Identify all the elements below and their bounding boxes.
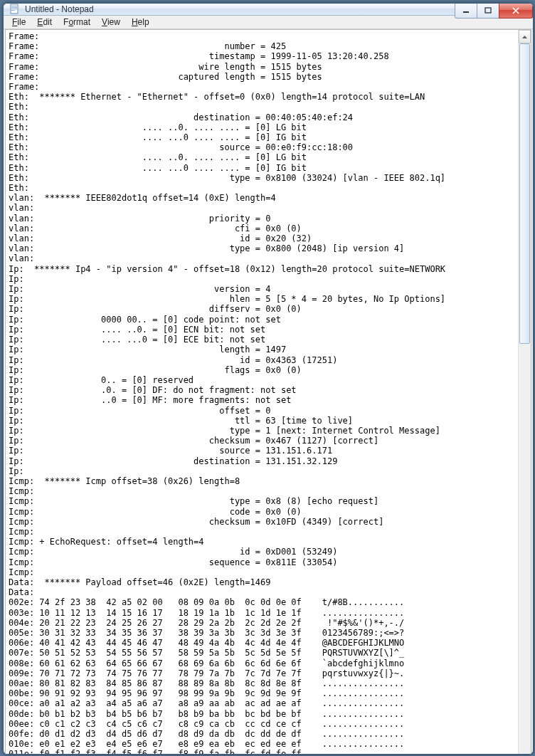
- menubar: File Edit Format View Help: [4, 16, 533, 29]
- client-area: Frame: Frame: number = 425 Frame: timest…: [5, 29, 531, 755]
- maximize-icon: [484, 7, 492, 14]
- window-title: Untitled - Notepad: [25, 4, 94, 14]
- window-controls: [455, 4, 533, 19]
- scroll-thumb[interactable]: [519, 43, 530, 344]
- text-area[interactable]: Frame: Frame: number = 425 Frame: timest…: [6, 30, 518, 755]
- menu-help[interactable]: Help: [126, 16, 155, 28]
- svg-rect-4: [11, 10, 15, 11]
- scroll-up-icon: [522, 36, 527, 38]
- svg-rect-2: [11, 7, 17, 8]
- close-icon: [512, 7, 520, 14]
- scroll-up-button[interactable]: [519, 30, 531, 43]
- menu-format[interactable]: Format: [58, 16, 96, 28]
- titlebar[interactable]: Untitled - Notepad: [4, 4, 533, 16]
- svg-rect-5: [463, 11, 469, 13]
- maximize-button[interactable]: [477, 4, 499, 19]
- menu-file[interactable]: File: [6, 16, 31, 28]
- minimize-icon: [462, 7, 470, 14]
- vertical-scrollbar[interactable]: [518, 30, 531, 755]
- menu-view[interactable]: View: [96, 16, 126, 28]
- svg-rect-3: [11, 9, 17, 9]
- menu-edit[interactable]: Edit: [31, 16, 58, 28]
- svg-rect-1: [11, 6, 17, 6]
- svg-rect-6: [485, 8, 491, 13]
- scroll-track[interactable]: [519, 43, 531, 755]
- notepad-icon: [9, 4, 21, 15]
- minimize-button[interactable]: [455, 4, 477, 19]
- close-button[interactable]: [499, 4, 533, 19]
- notepad-window: Untitled - Notepad File Edit Format View…: [3, 3, 534, 755]
- svg-marker-9: [522, 36, 527, 38]
